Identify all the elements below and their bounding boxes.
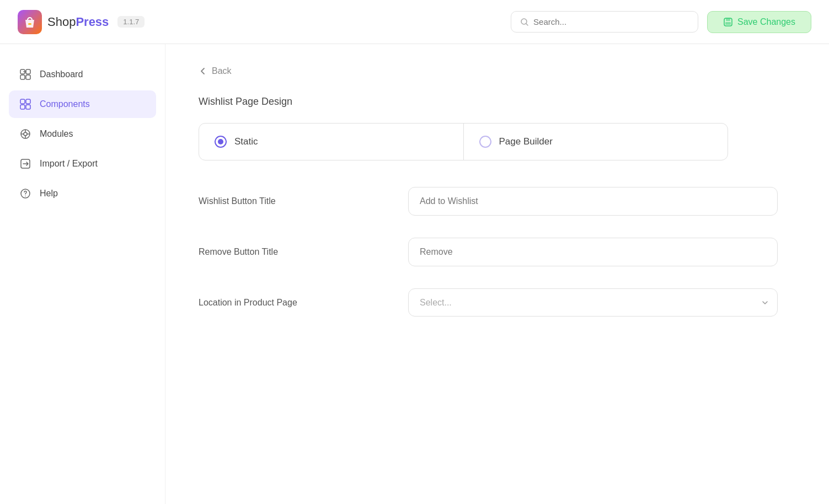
main-layout: Dashboard Components [0, 44, 829, 504]
sidebar-item-dashboard[interactable]: Dashboard [9, 61, 156, 88]
modules-icon [19, 127, 32, 141]
sidebar-item-modules[interactable]: Modules [9, 120, 156, 148]
page-title: Wishlist Page Design [199, 96, 796, 108]
svg-rect-13 [26, 99, 30, 104]
sidebar-label-import-export: Import / Export [40, 159, 98, 169]
svg-rect-15 [26, 105, 30, 109]
header: ShopPress 1.1.7 Save Changes [0, 0, 829, 44]
svg-rect-6 [725, 22, 731, 25]
label-location-product-page: Location in Product Page [199, 298, 408, 308]
sidebar-label-dashboard: Dashboard [40, 69, 83, 79]
logo-text: ShopPress [47, 15, 109, 29]
svg-rect-12 [20, 99, 25, 104]
search-input[interactable] [533, 17, 689, 26]
content-area: Back Wishlist Page Design Static Page Bu… [165, 44, 829, 504]
sidebar-label-components: Components [40, 99, 90, 109]
radio-static[interactable] [215, 136, 227, 148]
search-icon [520, 18, 529, 26]
sidebar-item-components[interactable]: Components [9, 90, 156, 118]
label-wishlist-button-title: Wishlist Button Title [199, 196, 408, 206]
sidebar-label-modules: Modules [40, 129, 73, 139]
help-icon [19, 187, 32, 200]
input-remove-button-title[interactable] [408, 238, 778, 266]
radio-page-builder[interactable] [479, 136, 491, 148]
form-row-wishlist-button-title: Wishlist Button Title [199, 187, 778, 216]
svg-rect-9 [26, 69, 30, 74]
design-option-static[interactable]: Static [199, 124, 464, 160]
select-location-product-page[interactable]: Select... Before Add to Cart After Add t… [408, 288, 778, 317]
back-navigation[interactable]: Back [199, 66, 796, 76]
save-changes-button[interactable]: Save Changes [707, 11, 811, 33]
svg-point-17 [24, 132, 27, 136]
svg-line-3 [526, 23, 528, 25]
version-badge: 1.1.7 [117, 16, 145, 28]
svg-rect-8 [20, 75, 25, 79]
input-wishlist-button-title[interactable] [408, 187, 778, 216]
design-option-page-builder-label: Page Builder [499, 136, 553, 147]
search-box[interactable] [511, 11, 698, 33]
header-right: Save Changes [511, 11, 811, 33]
design-option-static-label: Static [234, 136, 258, 147]
dashboard-icon [19, 68, 32, 81]
sidebar: Dashboard Components [0, 44, 165, 504]
components-icon [19, 98, 32, 111]
sidebar-item-import-export[interactable]: Import / Export [9, 150, 156, 178]
svg-rect-10 [26, 75, 30, 79]
logo-area: ShopPress 1.1.7 [18, 10, 145, 34]
svg-point-24 [25, 196, 26, 197]
back-arrow-icon [199, 67, 207, 76]
form-row-location-product-page: Location in Product Page Select... Befor… [199, 288, 778, 317]
sidebar-label-help: Help [40, 189, 58, 199]
design-option-page-builder[interactable]: Page Builder [464, 124, 728, 160]
sidebar-item-help[interactable]: Help [9, 180, 156, 207]
label-remove-button-title: Remove Button Title [199, 247, 408, 257]
import-export-icon [19, 157, 32, 170]
svg-rect-5 [726, 18, 730, 21]
design-selector: Static Page Builder [199, 123, 728, 160]
svg-rect-1 [28, 23, 31, 25]
logo-icon [18, 10, 42, 34]
form-row-remove-button-title: Remove Button Title [199, 238, 778, 266]
svg-rect-14 [20, 105, 25, 109]
save-icon [723, 17, 733, 27]
select-wrapper-location: Select... Before Add to Cart After Add t… [408, 288, 778, 317]
